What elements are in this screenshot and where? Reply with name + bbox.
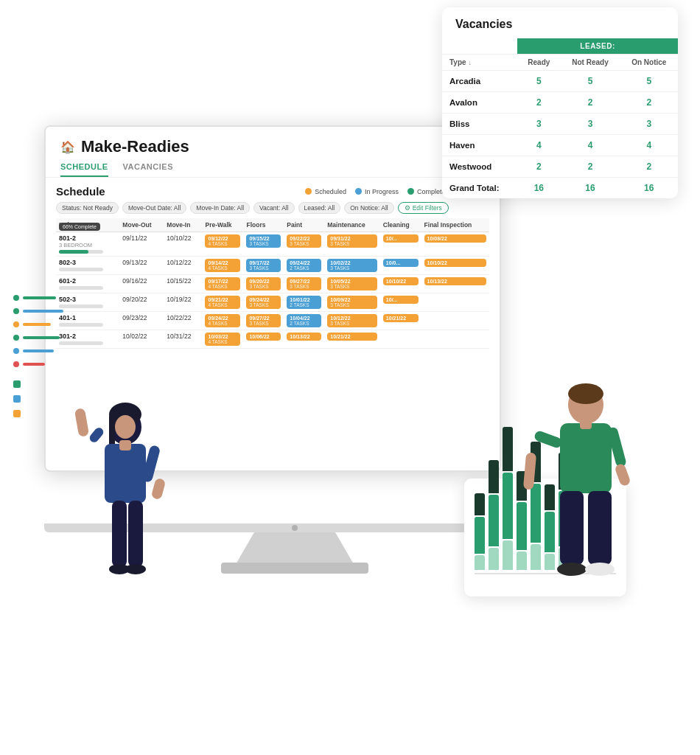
svg-point-25: [585, 563, 615, 576]
svg-rect-7: [151, 478, 167, 501]
movein-date: 10/15/22: [164, 275, 202, 293]
vac-row: Bliss 3 3 3: [442, 114, 678, 135]
svg-point-24: [557, 563, 587, 576]
task-cell[interactable]: 10/08/22: [421, 232, 489, 257]
task-cell[interactable]: 10/...: [380, 232, 421, 257]
task-cell-empty: [421, 330, 489, 349]
vac-onnotice: 2: [620, 156, 678, 178]
col-movein: Move-In: [164, 218, 202, 232]
task-cell[interactable]: 10/21/22: [380, 312, 421, 330]
tab-schedule[interactable]: SCHEDULE: [60, 162, 108, 177]
vac-type: Arcadia: [442, 71, 517, 92]
vac-notready: 5: [560, 71, 620, 92]
task-cell[interactable]: 09/14/22 4 TASKS: [202, 257, 243, 275]
vac-ready: 4: [517, 135, 560, 156]
vac-type-label: Type: [449, 58, 466, 66]
task-cell[interactable]: 09/15/22 3 TASKS: [243, 232, 284, 257]
task-cell[interactable]: 09/24/22 4 TASKS: [202, 312, 243, 330]
vac-type: Westwood: [442, 156, 517, 178]
schedule-table: Unit Move-Out Move-In Pre-Walk Floors Pa…: [56, 218, 489, 349]
filter-leased[interactable]: Leased: All: [298, 202, 341, 214]
task-cell[interactable]: 10/01/22 2 TASKS: [284, 293, 324, 312]
filter-status[interactable]: Status: Not Ready: [56, 202, 119, 214]
task-cell[interactable]: 10/...: [380, 293, 421, 312]
vac-ready: 5: [517, 71, 560, 92]
vac-type: Haven: [442, 135, 517, 156]
task-cell[interactable]: 09/24/22 3 TASKS: [243, 293, 284, 312]
vac-onnotice-header: On Notice: [620, 55, 678, 71]
scene: 🏠 Make-Readies SCHEDULE VACANCIES Schedu…: [0, 0, 700, 755]
filter-onnotice[interactable]: On Notice: All: [344, 202, 394, 214]
filter-movein[interactable]: Move-In Date: All: [190, 202, 250, 214]
vac-ready: 3: [517, 114, 560, 135]
task-cell[interactable]: 09/27/22 3 TASKS: [243, 312, 284, 330]
chart-bar-2-2: [503, 540, 513, 570]
task-cell[interactable]: 10/10/22: [380, 275, 421, 293]
movein-date: 10/19/22: [164, 293, 202, 312]
filter-moveout[interactable]: Move-Out Date: All: [122, 202, 186, 214]
legend-inprogress: In Progress: [355, 188, 399, 195]
vac-grand-total-row: Grand Total: 16 16 16: [442, 178, 678, 199]
col-moveout: Move-Out: [119, 218, 164, 232]
vac-row: Avalon 2 2 2: [442, 92, 678, 114]
chart-bar-0-2: [475, 555, 485, 570]
task-cell[interactable]: 09/12/22 4 TASKS: [202, 232, 243, 257]
tab-vacancies[interactable]: VACANCIES: [123, 162, 173, 177]
vac-notready: 2: [560, 92, 620, 114]
svg-point-15: [568, 383, 603, 404]
task-cell[interactable]: 09/21/22 4 TASKS: [202, 293, 243, 312]
sort-icon[interactable]: ↓: [468, 59, 472, 66]
table-row[interactable]: 601-2 09/16/2210/15/22 09/17/22 4 TASKS …: [56, 275, 489, 293]
vac-row: Haven 4 4 4: [442, 135, 678, 156]
task-cell[interactable]: 10/21/22: [324, 330, 380, 349]
task-cell[interactable]: 10/03/22 4 TASKS: [202, 330, 243, 349]
task-cell[interactable]: 10/06/22: [243, 330, 284, 349]
svg-rect-9: [112, 501, 127, 567]
unit-cell[interactable]: 66% Complete 801-2 3 BEDROOM: [56, 232, 119, 257]
table-row[interactable]: 502-3 09/20/2210/19/22 09/21/22 4 TASKS …: [56, 293, 489, 312]
unit-cell[interactable]: 502-3: [56, 293, 119, 312]
unit-cell[interactable]: 301-2: [56, 330, 119, 349]
person-right-figure: [516, 364, 663, 718]
svg-rect-20: [614, 463, 631, 487]
table-row[interactable]: 802-3 09/13/2210/12/22 09/14/22 4 TASKS …: [56, 257, 489, 275]
svg-rect-3: [105, 444, 146, 503]
chart-bar-group: [503, 427, 513, 570]
table-row[interactable]: 301-2 10/02/2210/31/22 10/03/22 4 TASKS …: [56, 330, 489, 349]
task-cell[interactable]: 10/13/22: [284, 330, 324, 349]
moveout-date: 09/23/22: [119, 312, 164, 330]
unit-cell[interactable]: 401-1: [56, 312, 119, 330]
task-cell[interactable]: 10/02/22 3 TASKS: [324, 257, 380, 275]
unit-cell[interactable]: 601-2: [56, 275, 119, 293]
task-cell[interactable]: 09/22/22 3 TASKS: [284, 232, 324, 257]
task-cell[interactable]: 10/10/22: [421, 257, 489, 275]
task-cell[interactable]: 10/09/22 3 TASKS: [324, 293, 380, 312]
task-cell[interactable]: 10/04/22 2 TASKS: [284, 312, 324, 330]
task-cell[interactable]: 10/12/22 3 TASKS: [324, 312, 380, 330]
task-cell[interactable]: 09/31/22 3 TASKS: [324, 232, 380, 257]
unit-cell[interactable]: 802-3: [56, 257, 119, 275]
col-floors: Floors: [243, 218, 284, 232]
task-cell[interactable]: 09/17/22 3 TASKS: [243, 257, 284, 275]
table-row[interactable]: 66% Complete 801-2 3 BEDROOM 09/11/2210/…: [56, 232, 489, 257]
vacancies-title: Vacancies: [442, 7, 678, 38]
movein-date: 10/31/22: [164, 330, 202, 349]
task-cell[interactable]: 09/24/22 2 TASKS: [284, 257, 324, 275]
edit-filters-button[interactable]: ⚙ Edit Filters: [398, 202, 449, 214]
grand-total-notready: 16: [560, 178, 620, 199]
moveout-date: 09/13/22: [119, 257, 164, 275]
vac-col-type-empty: [442, 38, 517, 55]
task-cell[interactable]: 09/27/22 3 TASKS: [284, 275, 324, 293]
task-cell[interactable]: 10/13/22: [421, 275, 489, 293]
task-cell[interactable]: 09/20/22 3 TASKS: [243, 275, 284, 293]
app-header: 🏠 Make-Readies SCHEDULE VACANCIES: [46, 127, 500, 178]
vacancies-panel: Vacancies LEASED: Type ↓ Ready Not Ready…: [442, 7, 678, 198]
vac-row: Westwood 2 2 2: [442, 156, 678, 178]
task-cell[interactable]: 10/05/22 3 TASKS: [324, 275, 380, 293]
vac-onnotice: 2: [620, 92, 678, 114]
task-cell[interactable]: 09/17/22 4 TASKS: [202, 275, 243, 293]
filter-vacant[interactable]: Vacant: All: [253, 202, 295, 214]
table-row[interactable]: 401-1 09/23/2210/22/22 09/24/22 4 TASKS …: [56, 312, 489, 330]
task-cell[interactable]: 10/0...: [380, 257, 421, 275]
vac-onnotice: 4: [620, 135, 678, 156]
